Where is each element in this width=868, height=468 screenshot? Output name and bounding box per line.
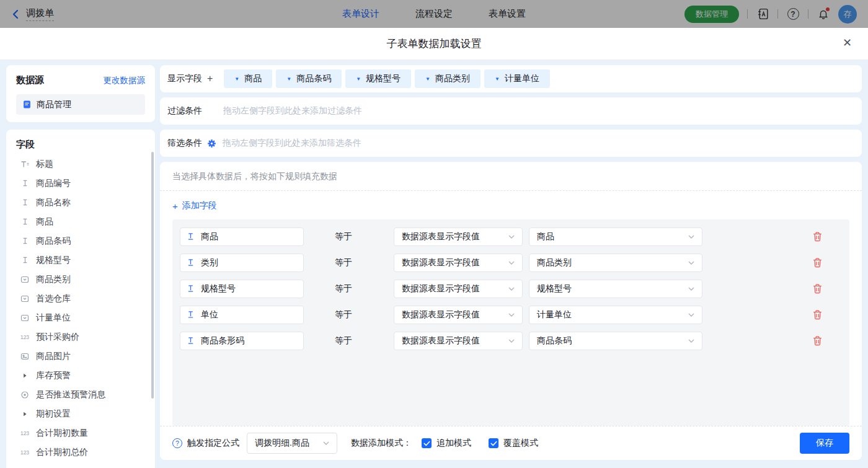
display-fields-label: 显示字段 <box>167 73 202 84</box>
target-field-input[interactable]: 类别 <box>180 254 304 272</box>
close-icon[interactable]: ✕ <box>843 37 852 48</box>
tab-form-setting[interactable]: 表单设置 <box>489 8 526 20</box>
screen-placeholder: 拖动左侧字段到此处来添加筛选条件 <box>223 138 361 149</box>
append-mode-checkbox[interactable]: 追加模式 <box>422 438 471 449</box>
add-display-field-button[interactable]: + <box>207 73 213 84</box>
chevron-down-icon <box>508 287 515 291</box>
filter-condition-dropzone[interactable]: 过滤条件 拖动左侧字段到此处来添加过滤条件 <box>160 97 862 125</box>
source-field-select[interactable]: 商品条码 <box>529 332 702 350</box>
save-button[interactable]: 保存 <box>800 433 849 454</box>
display-field-tag[interactable]: ▼计量单位 <box>484 69 550 88</box>
field-item[interactable]: 123 合计期初总价 <box>16 443 145 462</box>
fields-scrollbar[interactable] <box>151 152 154 399</box>
chevron-down-icon <box>688 313 694 317</box>
field-item[interactable]: 规格型号 <box>16 250 145 270</box>
operator-label: 等于 <box>335 335 394 347</box>
display-field-tag[interactable]: ▼商品条码 <box>276 69 342 88</box>
source-field-select[interactable]: 商品类别 <box>529 254 702 272</box>
select-field-icon <box>20 314 30 322</box>
field-item[interactable]: 标题 <box>16 154 145 174</box>
help-icon[interactable]: ? <box>172 438 182 448</box>
checkbox-checked-icon <box>489 438 498 448</box>
datasource-item[interactable]: 商品管理 <box>16 94 145 115</box>
target-field-input[interactable]: 商品 <box>180 227 304 246</box>
fields-panel: 字段 标题 商品编号 商品名称 <box>6 130 155 468</box>
screen-condition-label: 筛选条件 <box>167 138 202 149</box>
help-icon[interactable]: ? <box>786 7 800 21</box>
divider <box>777 9 778 19</box>
select-field-icon <box>20 294 30 303</box>
operator-label: 等于 <box>335 257 394 268</box>
field-item[interactable]: 是否推送预警消息 <box>16 385 145 404</box>
field-item[interactable]: 计量单位 <box>16 308 145 327</box>
rule-row: 单位 等于 数据源表显示字段值 计量单位 <box>180 306 842 324</box>
sidebar: 数据源 更改数据源 商品管理 字段 标题 <box>6 65 155 468</box>
source-field-select[interactable]: 商品 <box>529 227 702 246</box>
back-chevron-icon[interactable] <box>11 9 20 19</box>
change-datasource-link[interactable]: 更改数据源 <box>104 75 146 86</box>
field-item[interactable]: 库存预警 <box>16 366 145 385</box>
source-type-select[interactable]: 数据源表显示字段值 <box>394 306 523 324</box>
datasource-panel: 数据源 更改数据源 商品管理 <box>6 65 155 122</box>
rules-list: 商品 等于 数据源表显示字段值 商品 <box>172 219 849 426</box>
source-type-select[interactable]: 数据源表显示字段值 <box>394 332 523 350</box>
gear-icon[interactable] <box>207 139 216 148</box>
source-field-select[interactable]: 规格型号 <box>529 280 702 298</box>
tab-form-design[interactable]: 表单设计 <box>342 8 379 20</box>
field-item[interactable]: 首选仓库 <box>16 289 145 308</box>
source-type-select[interactable]: 数据源表显示字段值 <box>394 227 523 246</box>
text-field-icon <box>20 218 30 226</box>
field-item[interactable]: 商品 <box>16 212 145 231</box>
display-fields-row: 显示字段 + ▼商品 ▼商品条码 ▼规格型号 ▼商品类别 ▼计量单位 <box>160 65 862 92</box>
divider <box>160 190 862 191</box>
text-field-icon <box>187 284 195 294</box>
override-mode-checkbox[interactable]: 覆盖模式 <box>489 438 538 449</box>
text-field-icon <box>187 258 195 268</box>
notification-bell-icon[interactable] <box>817 7 830 21</box>
contacts-icon[interactable] <box>756 7 769 21</box>
caret-down-icon: ▼ <box>356 76 361 82</box>
source-field-select[interactable]: 计量单位 <box>529 306 702 324</box>
radio-field-icon <box>20 391 30 399</box>
avatar[interactable]: 存 <box>838 5 857 24</box>
delete-rule-icon[interactable] <box>813 284 822 294</box>
chevron-down-icon <box>688 261 694 265</box>
field-item[interactable]: 123 预计采购价 <box>16 327 145 347</box>
filter-condition-label: 过滤条件 <box>167 105 202 117</box>
tab-flow-setting[interactable]: 流程设定 <box>415 8 453 20</box>
operator-label: 等于 <box>335 231 394 242</box>
caret-down-icon: ▼ <box>495 76 500 82</box>
delete-rule-icon[interactable] <box>813 310 822 320</box>
data-manage-button[interactable]: 数据管理 <box>684 6 739 23</box>
field-item[interactable]: 期初设置 <box>16 404 145 423</box>
text-field-icon <box>187 336 195 347</box>
display-field-tag[interactable]: ▼规格型号 <box>345 69 411 88</box>
text-field-icon <box>187 310 195 320</box>
formula-trigger-label: 触发指定公式 <box>187 438 239 449</box>
field-item[interactable]: 商品编号 <box>16 174 145 193</box>
field-item[interactable]: 商品名称 <box>16 193 145 212</box>
target-field-input[interactable]: 单位 <box>180 306 304 324</box>
formula-field-select[interactable]: 调拨明细.商品 <box>247 433 337 454</box>
screen-condition-dropzone[interactable]: 筛选条件 拖动左侧字段到此处来添加筛选条件 <box>160 130 862 157</box>
rules-hint: 当选择具体数据后，将按如下规则填充数据 <box>160 162 862 190</box>
add-field-button[interactable]: + 添加字段 <box>160 191 229 219</box>
delete-rule-icon[interactable] <box>813 336 822 346</box>
field-item[interactable]: 商品图片 <box>16 347 145 366</box>
field-item[interactable]: 商品条码 <box>16 231 145 250</box>
image-field-icon <box>20 352 30 361</box>
source-type-select[interactable]: 数据源表显示字段值 <box>394 254 523 272</box>
datasource-title: 数据源 <box>16 74 44 86</box>
display-field-tag[interactable]: ▼商品 <box>224 69 272 88</box>
display-field-tag[interactable]: ▼商品类别 <box>415 69 480 88</box>
field-item[interactable]: 商品类别 <box>16 270 145 289</box>
form-name[interactable]: 调拨单 <box>26 7 54 21</box>
target-field-input[interactable]: 规格型号 <box>180 280 304 298</box>
delete-rule-icon[interactable] <box>813 232 822 242</box>
select-field-icon <box>20 275 30 284</box>
field-item[interactable]: 123 合计期初数量 <box>16 423 145 443</box>
delete-rule-icon[interactable] <box>813 258 822 268</box>
target-field-input[interactable]: 商品条形码 <box>180 332 304 350</box>
caret-down-icon: ▼ <box>286 76 291 82</box>
source-type-select[interactable]: 数据源表显示字段值 <box>394 280 523 298</box>
